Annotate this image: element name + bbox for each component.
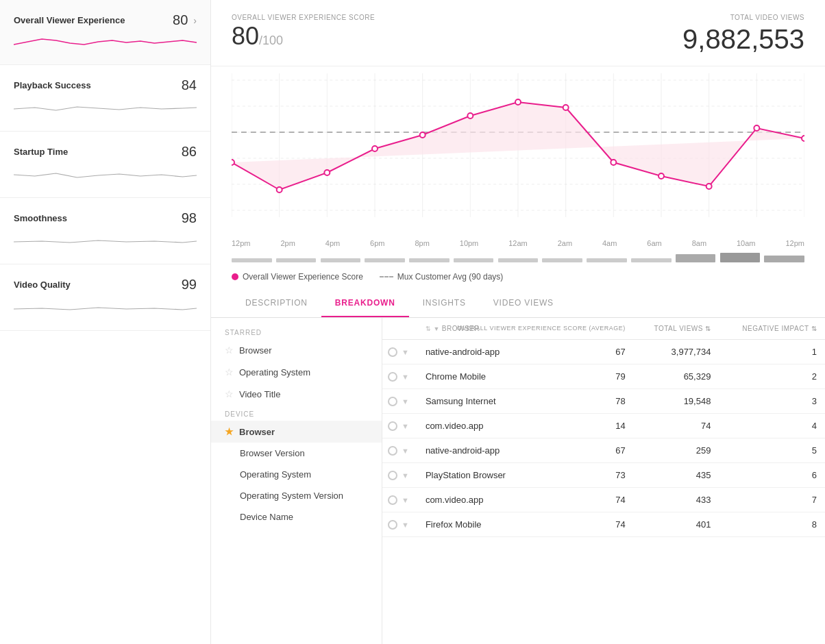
filter-icon[interactable]: ▼ [402, 447, 409, 455]
device-item-browser-version[interactable]: Browser Version [211, 443, 382, 464]
row-radio[interactable] [388, 397, 397, 406]
device-item-name[interactable]: Device Name [211, 506, 382, 528]
star-icon-browser: ☆ [225, 345, 234, 356]
starred-browser-label: Browser [239, 345, 272, 356]
row-score: 67 [530, 340, 634, 364]
th-views[interactable]: TOTAL VIEWS ⇅ [634, 318, 719, 340]
x-label-12: 12pm [785, 239, 804, 247]
overall-score: 80 [173, 12, 188, 28]
device-item-os-version[interactable]: Operating System Version [211, 485, 382, 506]
svg-point-30 [658, 173, 664, 179]
quality-score: 99 [182, 277, 197, 293]
table-row[interactable]: ▼ Chrome Mobile 79 65,329 2 [382, 364, 825, 389]
star-icon-video: ☆ [225, 388, 234, 399]
table-row[interactable]: ▼ native-android-app 67 259 5 [382, 438, 825, 463]
filter-icon[interactable]: ▼ [402, 348, 409, 356]
row-radio[interactable] [388, 446, 397, 456]
sort-arrow-impact: ⇅ [811, 325, 817, 332]
svg-point-25 [420, 132, 426, 138]
row-score: 79 [530, 364, 634, 389]
row-name: Chrome Mobile [417, 364, 530, 389]
row-radio-cell: ▼ [382, 340, 417, 364]
filter-icon[interactable]: ▼ [402, 521, 409, 529]
row-name: com.video.app [417, 488, 530, 512]
row-radio[interactable] [388, 520, 397, 530]
row-score: 14 [530, 414, 634, 438]
sidebar-card-quality[interactable]: Video Quality 99 [0, 264, 210, 331]
device-os-label: Operating System [225, 469, 311, 480]
row-radio[interactable] [388, 471, 397, 480]
device-item-browser[interactable]: ★ Browser [211, 421, 382, 443]
th-score[interactable]: OVERALL VIEWER EXPERIENCE SCORE (AVERAGE… [530, 318, 634, 340]
filter-icon[interactable]: ▼ [402, 496, 409, 504]
x-label-10: 8am [692, 239, 706, 247]
row-views: 259 [634, 438, 719, 463]
table-row[interactable]: ▼ com.video.app 74 433 7 [382, 488, 825, 512]
legend-avg-label: Mux Customer Avg (90 days) [397, 272, 504, 282]
row-radio-cell: ▼ [382, 389, 417, 414]
starred-item-os[interactable]: ☆ Operating System [211, 361, 382, 383]
x-label-4: 8pm [415, 239, 429, 247]
row-radio[interactable] [388, 347, 397, 357]
svg-point-27 [515, 99, 521, 105]
row-views: 401 [634, 512, 719, 537]
row-radio[interactable] [388, 372, 397, 382]
overall-sparkline [14, 32, 197, 53]
tab-insights[interactable]: INSIGHTS [409, 290, 480, 317]
x-label-9: 6am [647, 239, 661, 247]
sort-arrow-views: ⇅ [705, 325, 711, 332]
th-impact[interactable]: NEGATIVE IMPACT ⇅ [719, 318, 825, 340]
tab-breakdown[interactable]: BREAKDOWN [321, 290, 409, 317]
row-radio[interactable] [388, 495, 397, 505]
svg-point-22 [277, 187, 282, 193]
row-views: 435 [634, 463, 719, 488]
filter-icon[interactable]: ▼ [402, 373, 409, 381]
tab-description[interactable]: DESCRIPTION [232, 290, 321, 317]
table-row[interactable]: ▼ Samsung Internet 78 19,548 3 [382, 389, 825, 414]
x-label-0: 12pm [232, 239, 251, 247]
sidebar-card-playback[interactable]: Playback Success 84 [0, 65, 210, 132]
smoothness-title: Smoothness [14, 213, 67, 223]
tab-videoviews[interactable]: VIDEO VIEWS [480, 290, 567, 317]
device-label: DEVICE [211, 405, 382, 421]
filter-icon[interactable]: ▼ [402, 422, 409, 430]
starred-item-browser[interactable]: ☆ Browser [211, 339, 382, 361]
sidebar-card-startup[interactable]: Startup Time 86 [0, 132, 210, 198]
row-name: com.video.app [417, 414, 530, 438]
row-impact: 6 [719, 463, 825, 488]
star-filled-browser: ★ [225, 426, 234, 437]
score-value: 80/100 [232, 24, 375, 49]
row-views: 19,548 [634, 389, 719, 414]
x-axis: 12pm 2pm 4pm 6pm 8pm 10pm 12am 2am 4am 6… [232, 239, 804, 250]
device-item-os[interactable]: Operating System [211, 464, 382, 485]
table-body: ▼ native-android-app 67 3,977,734 1 ▼ Ch… [382, 340, 825, 537]
chart-area: 90 85 80 75 70 12pm 2pm 4pm 6pm 8pm 10pm… [211, 66, 825, 265]
x-label-6: 12am [508, 239, 528, 247]
sidebar-card-overall[interactable]: Overall Viewer Experience 80 › [0, 0, 210, 65]
table-header-row: ⇅ ▼ BROWSER OVERALL VIEWER EXPERIENCE SC… [382, 318, 825, 340]
playback-score: 84 [182, 77, 197, 93]
row-impact: 1 [719, 340, 825, 364]
volume-bars [232, 250, 804, 262]
smoothness-sparkline [14, 232, 197, 252]
row-views: 65,329 [634, 364, 719, 389]
starred-os-label: Operating System [239, 367, 310, 377]
breakdown-right-panel: ⇅ ▼ BROWSER OVERALL VIEWER EXPERIENCE SC… [382, 318, 825, 644]
table-row[interactable]: ▼ native-android-app 67 3,977,734 1 [382, 340, 825, 364]
svg-point-32 [754, 125, 759, 131]
filter-icon[interactable]: ▼ [402, 397, 409, 406]
row-name: Samsung Internet [417, 389, 530, 414]
sidebar-card-smoothness[interactable]: Smoothness 98 [0, 198, 210, 264]
legend-dash [380, 276, 393, 277]
starred-item-video[interactable]: ☆ Video Title [211, 383, 382, 405]
filter-icon[interactable]: ▼ [402, 471, 409, 480]
filter-icon-browser: ▼ [433, 325, 439, 332]
row-radio[interactable] [388, 421, 397, 431]
device-name-label: Device Name [225, 512, 293, 522]
quality-sparkline [14, 298, 197, 319]
table-row[interactable]: ▼ PlayStation Browser 73 435 6 [382, 463, 825, 488]
device-os-version-label: Operating System Version [225, 491, 343, 501]
table-row[interactable]: ▼ Firefox Mobile 74 401 8 [382, 512, 825, 537]
row-name: native-android-app [417, 438, 530, 463]
table-row[interactable]: ▼ com.video.app 14 74 4 [382, 414, 825, 438]
